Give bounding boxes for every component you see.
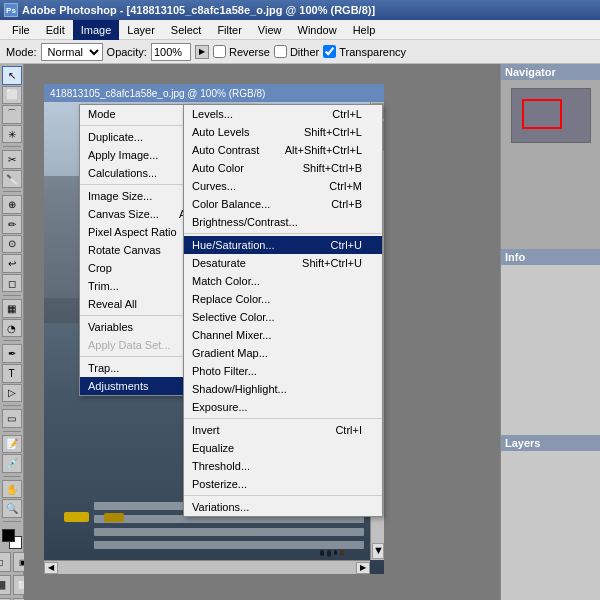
adj-posterize[interactable]: Posterize... (184, 475, 382, 493)
adj-color-balance[interactable]: Color Balance... Ctrl+B (184, 195, 382, 213)
layers-content (501, 451, 600, 600)
separator (184, 495, 382, 496)
mode-select[interactable]: Normal (41, 43, 103, 61)
pedestrian (340, 550, 344, 556)
opacity-arrow[interactable]: ▶ (195, 45, 209, 59)
menu-help[interactable]: Help (345, 20, 384, 40)
menu-edit[interactable]: Edit (38, 20, 73, 40)
crosswalk-stripe-3 (94, 528, 364, 536)
scroll-down-btn[interactable]: ▼ (372, 543, 384, 559)
adj-match-color[interactable]: Match Color... (184, 272, 382, 290)
canvas-title-bar: 418813105_c8afc1a58e_o.jpg @ 100% (RGB/8… (44, 84, 384, 102)
foreground-color-swatch[interactable] (2, 529, 15, 542)
menu-view[interactable]: View (250, 20, 290, 40)
tool-zoom[interactable]: 🔍 (2, 499, 22, 518)
tool-path-select[interactable]: ▷ (2, 384, 22, 403)
taxi-car (64, 512, 89, 522)
adj-channel-mixer[interactable]: Channel Mixer... (184, 326, 382, 344)
adj-desaturate[interactable]: Desaturate Shift+Ctrl+U (184, 254, 382, 272)
navigator-header: Navigator (501, 64, 600, 80)
tool-eraser[interactable]: ◻ (2, 274, 22, 293)
tool-history[interactable]: ↩ (2, 254, 22, 273)
dither-checkbox[interactable] (274, 45, 287, 58)
crosswalk-stripe-4 (94, 541, 364, 549)
adj-replace-color[interactable]: Replace Color... (184, 290, 382, 308)
pedestrian (327, 550, 331, 557)
info-header: Info (501, 249, 600, 265)
scroll-left-btn[interactable]: ◀ (44, 562, 58, 574)
pedestrians-group (320, 550, 344, 557)
canvas-area[interactable]: 418813105_c8afc1a58e_o.jpg @ 100% (RGB/8… (24, 64, 500, 600)
horizontal-scrollbar[interactable]: ◀ ▶ (44, 560, 370, 574)
adj-selective-color[interactable]: Selective Color... (184, 308, 382, 326)
right-panels: Navigator Info Layers (500, 64, 600, 600)
tool-brush[interactable]: ✏ (2, 215, 22, 234)
mode-label: Mode: (6, 46, 37, 58)
adjustments-submenu: Levels... Ctrl+L Auto Levels Shift+Ctrl+… (183, 104, 383, 517)
menu-layer[interactable]: Layer (119, 20, 163, 40)
tool-clone[interactable]: ⊙ (2, 235, 22, 254)
reverse-checkbox[interactable] (213, 45, 226, 58)
opacity-input[interactable] (151, 43, 191, 61)
transparency-label: Transparency (339, 46, 406, 58)
adj-curves[interactable]: Curves... Ctrl+M (184, 177, 382, 195)
adj-auto-color[interactable]: Auto Color Shift+Ctrl+B (184, 159, 382, 177)
tool-slice[interactable]: 🔪 (2, 170, 22, 189)
tool-notes[interactable]: 📝 (2, 435, 22, 454)
adj-equalize[interactable]: Equalize (184, 439, 382, 457)
menu-image[interactable]: Image (73, 20, 120, 40)
dither-group: Dither (274, 45, 319, 58)
tool-eyedropper[interactable]: 💉 (2, 454, 22, 473)
layers-header: Layers (501, 435, 600, 451)
tool-pen[interactable]: ✒ (2, 344, 22, 363)
adj-gradient-map[interactable]: Gradient Map... (184, 344, 382, 362)
scroll-right-btn[interactable]: ▶ (356, 562, 370, 574)
navigator-content (501, 80, 600, 249)
tool-dodge[interactable]: ◔ (2, 319, 22, 338)
adj-threshold[interactable]: Threshold... (184, 457, 382, 475)
reverse-group: Reverse (213, 45, 270, 58)
adj-photo-filter[interactable]: Photo Filter... (184, 362, 382, 380)
reverse-label: Reverse (229, 46, 270, 58)
tool-shape[interactable]: ▭ (2, 409, 22, 428)
menu-bar: File Edit Image Layer Select Filter View… (0, 20, 600, 40)
adj-auto-levels[interactable]: Auto Levels Shift+Ctrl+L (184, 123, 382, 141)
separator (184, 233, 382, 234)
tool-move[interactable]: ↖ (2, 66, 22, 85)
separator (184, 418, 382, 419)
tool-magic-wand[interactable]: ✳ (2, 125, 22, 144)
adj-variations[interactable]: Variations... (184, 498, 382, 516)
toolbox: ↖ ⬜ ⌒ ✳ ✂ 🔪 ⊕ ✏ ⊙ ↩ ◻ ▦ ◔ ✒ T ▷ ▭ 📝 💉 ✋ … (0, 64, 24, 600)
navigator-viewport (522, 99, 562, 129)
tool-type[interactable]: T (2, 364, 22, 383)
opacity-label: Opacity: (107, 46, 147, 58)
pedestrian (334, 550, 337, 555)
tool-crop[interactable]: ✂ (2, 150, 22, 169)
navigator-thumbnail (511, 88, 591, 143)
transparency-group: Transparency (323, 45, 406, 58)
tool-hand[interactable]: ✋ (2, 480, 22, 499)
transparency-checkbox[interactable] (323, 45, 336, 58)
color-swatches (2, 529, 22, 549)
tool-healing[interactable]: ⊕ (2, 195, 22, 214)
workspace: ↖ ⬜ ⌒ ✳ ✂ 🔪 ⊕ ✏ ⊙ ↩ ◻ ▦ ◔ ✒ T ▷ ▭ 📝 💉 ✋ … (0, 64, 600, 600)
app-icon: Ps (4, 3, 18, 17)
menu-window[interactable]: Window (290, 20, 345, 40)
adj-hue-saturation[interactable]: Hue/Saturation... Ctrl+U (184, 236, 382, 254)
adj-levels[interactable]: Levels... Ctrl+L (184, 105, 382, 123)
adj-invert[interactable]: Invert Ctrl+I (184, 421, 382, 439)
title-bar: Ps Adobe Photoshop - [418813105_c8afc1a5… (0, 0, 600, 20)
menu-file[interactable]: File (4, 20, 38, 40)
adj-brightness-contrast[interactable]: Brightness/Contrast... (184, 213, 382, 231)
tool-lasso[interactable]: ⌒ (2, 105, 22, 124)
menu-filter[interactable]: Filter (209, 20, 249, 40)
standard-mode-btn[interactable]: ◻ (0, 552, 11, 572)
tool-marquee[interactable]: ⬜ (2, 86, 22, 105)
screen-mode-std[interactable]: ⬛ (0, 575, 11, 595)
adj-shadow-highlight[interactable]: Shadow/Highlight... (184, 380, 382, 398)
adj-exposure[interactable]: Exposure... (184, 398, 382, 416)
adj-auto-contrast[interactable]: Auto Contrast Alt+Shift+Ctrl+L (184, 141, 382, 159)
pedestrian (320, 550, 324, 556)
menu-select[interactable]: Select (163, 20, 210, 40)
tool-gradient[interactable]: ▦ (2, 299, 22, 318)
